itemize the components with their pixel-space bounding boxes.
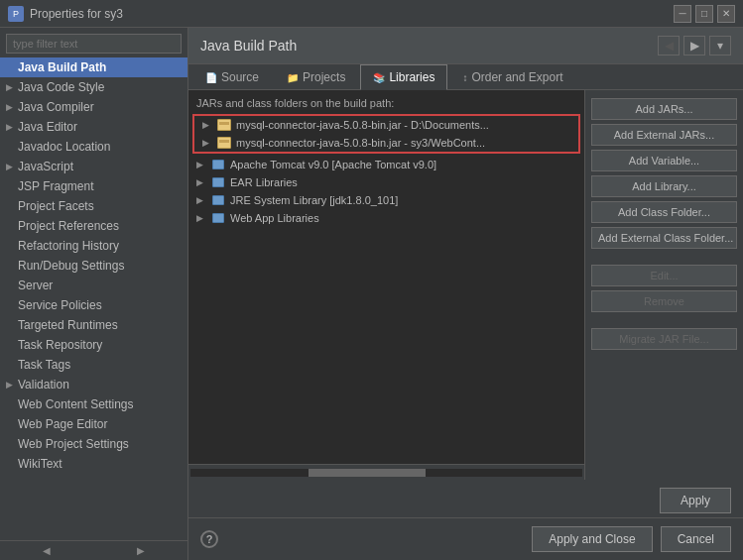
expand-arrow: ▶ <box>196 177 208 187</box>
sidebar-item-wikitext[interactable]: WikiText <box>0 454 187 474</box>
tree-panel: JARs and class folders on the build path… <box>188 90 584 464</box>
cancel-button[interactable]: Cancel <box>661 526 731 552</box>
add-variable-button[interactable]: Add Variable... <box>591 150 737 171</box>
sidebar-scroll-right[interactable]: ▶ <box>94 541 188 560</box>
apply-button[interactable]: Apply <box>660 488 731 513</box>
migrate-jar-button[interactable]: Migrate JAR File... <box>591 328 737 350</box>
sidebar: Java Build Path ▶ Java Code Style ▶ Java… <box>0 28 188 560</box>
source-icon: 📄 <box>205 72 217 83</box>
sidebar-scroll-controls: ◀ ▶ <box>0 540 187 560</box>
tree-item-jar1[interactable]: ▶ mysql-connector-java-5.0.8-bin.jar - D… <box>194 116 578 134</box>
remove-button[interactable]: Remove <box>591 290 737 312</box>
nav-back-button[interactable]: ◀ <box>658 36 680 56</box>
arrow-icon: ▶ <box>6 82 16 92</box>
sidebar-item-java-code-style[interactable]: ▶ Java Code Style <box>0 77 187 97</box>
sidebar-item-web-content-settings[interactable]: Web Content Settings <box>0 394 187 414</box>
sidebar-filter-input[interactable] <box>6 34 182 54</box>
title-bar-controls: ─ □ ✕ <box>674 5 735 23</box>
scrollbar-thumb <box>309 469 427 477</box>
tab-libraries[interactable]: 📚 Libraries <box>360 64 447 90</box>
tree-item-tomcat[interactable]: ▶ Apache Tomcat v9.0 [Apache Tomcat v9.0… <box>188 156 584 173</box>
jar-icon <box>216 119 232 131</box>
projects-icon: 📁 <box>287 72 299 83</box>
tree-header: JARs and class folders on the build path… <box>188 94 584 112</box>
main-panel: Java Build Path ◀ ▶ ▾ 📄 Source 📁 Project… <box>188 28 743 560</box>
title-bar-text: Properties for sy3 <box>30 7 674 21</box>
help-button[interactable]: ? <box>200 530 218 548</box>
arrow-icon: ▶ <box>6 162 16 171</box>
expand-arrow: ▶ <box>202 138 214 148</box>
sidebar-item-java-compiler[interactable]: ▶ Java Compiler <box>0 97 187 117</box>
bottom-right: Apply and Close Cancel <box>532 526 731 552</box>
sidebar-item-javascript[interactable]: ▶ JavaScript <box>0 157 187 176</box>
lib-icon <box>210 159 226 170</box>
libraries-icon: 📚 <box>373 72 385 83</box>
apply-area: Apply <box>188 480 743 517</box>
bottom-bar: ? Apply and Close Cancel <box>188 517 743 560</box>
sidebar-item-javadoc-location[interactable]: Javadoc Location <box>0 137 187 157</box>
sidebar-item-service-policies[interactable]: Service Policies <box>0 295 187 315</box>
arrow-icon: ▶ <box>6 102 16 112</box>
tree-item-webapp[interactable]: ▶ Web App Libraries <box>188 209 584 227</box>
sidebar-item-refactoring-history[interactable]: Refactoring History <box>0 236 187 256</box>
add-external-jars-button[interactable]: Add External JARs... <box>591 124 737 146</box>
expand-arrow: ▶ <box>196 195 208 205</box>
sidebar-item-task-tags[interactable]: Task Tags <box>0 355 187 375</box>
order-icon: ↕ <box>462 72 467 83</box>
sidebar-item-project-references[interactable]: Project References <box>0 216 187 236</box>
sidebar-item-validation[interactable]: ▶ Validation <box>0 375 187 394</box>
add-class-folder-button[interactable]: Add Class Folder... <box>591 201 737 223</box>
bottom-left: ? <box>200 530 218 548</box>
sidebar-item-jsp-fragment[interactable]: JSP Fragment <box>0 176 187 196</box>
tab-projects[interactable]: 📁 Projects <box>274 64 358 89</box>
expand-arrow: ▶ <box>202 120 214 130</box>
close-button[interactable]: ✕ <box>717 5 735 23</box>
lib-icon <box>210 194 226 206</box>
title-bar: P Properties for sy3 ─ □ ✕ <box>0 0 743 28</box>
sidebar-item-project-facets[interactable]: Project Facets <box>0 196 187 216</box>
lib-icon <box>210 176 226 188</box>
sidebar-list: Java Build Path ▶ Java Code Style ▶ Java… <box>0 57 187 540</box>
panel-header-nav: ◀ ▶ ▾ <box>658 36 731 56</box>
tab-source[interactable]: 📄 Source <box>192 64 272 89</box>
sidebar-item-server[interactable]: Server <box>0 276 187 295</box>
tabs-bar: 📄 Source 📁 Projects 📚 Libraries ↕ Order … <box>188 64 743 90</box>
add-external-class-folder-button[interactable]: Add External Class Folder... <box>591 227 737 249</box>
scrollbar-track <box>190 469 582 477</box>
add-jars-button[interactable]: Add JARs... <box>591 98 737 120</box>
sidebar-item-run-debug-settings[interactable]: Run/Debug Settings <box>0 256 187 276</box>
minimize-button[interactable]: ─ <box>674 5 691 23</box>
add-library-button[interactable]: Add Library... <box>591 175 737 197</box>
sidebar-item-web-page-editor[interactable]: Web Page Editor <box>0 414 187 434</box>
lib-icon <box>210 212 226 224</box>
maximize-button[interactable]: □ <box>695 5 713 23</box>
nav-menu-button[interactable]: ▾ <box>709 36 731 56</box>
apply-and-close-button[interactable]: Apply and Close <box>532 526 652 552</box>
horizontal-scrollbar[interactable] <box>188 464 584 480</box>
sidebar-item-java-editor[interactable]: ▶ Java Editor <box>0 117 187 137</box>
sidebar-item-task-repository[interactable]: Task Repository <box>0 335 187 355</box>
tree-item-jar2[interactable]: ▶ mysql-connector-java-5.0.8-bin.jar - s… <box>194 134 578 152</box>
edit-button[interactable]: Edit... <box>591 265 737 286</box>
nav-forward-button[interactable]: ▶ <box>683 36 705 56</box>
sidebar-scroll-left[interactable]: ◀ <box>0 541 94 560</box>
sidebar-item-web-project-settings[interactable]: Web Project Settings <box>0 434 187 454</box>
separator <box>591 316 737 324</box>
tab-order-export[interactable]: ↕ Order and Export <box>449 64 575 89</box>
arrow-icon: ▶ <box>6 122 16 132</box>
expand-arrow: ▶ <box>196 213 208 223</box>
content-area: JARs and class folders on the build path… <box>188 90 743 480</box>
arrow-icon: ▶ <box>6 380 16 390</box>
dialog-body: Java Build Path ▶ Java Code Style ▶ Java… <box>0 28 743 560</box>
sidebar-item-java-build-path[interactable]: Java Build Path <box>0 57 187 77</box>
jar-icon <box>216 137 232 149</box>
title-bar-icon: P <box>8 6 24 22</box>
tree-item-jre[interactable]: ▶ JRE System Library [jdk1.8.0_101] <box>188 191 584 209</box>
tree-item-ear[interactable]: ▶ EAR Libraries <box>188 173 584 191</box>
panel-header: Java Build Path ◀ ▶ ▾ <box>188 28 743 64</box>
buttons-panel: Add JARs... Add External JARs... Add Var… <box>584 90 743 480</box>
separator <box>591 253 737 261</box>
expand-arrow: ▶ <box>196 160 208 169</box>
sidebar-item-targeted-runtimes[interactable]: Targeted Runtimes <box>0 315 187 335</box>
panel-title: Java Build Path <box>200 38 297 54</box>
